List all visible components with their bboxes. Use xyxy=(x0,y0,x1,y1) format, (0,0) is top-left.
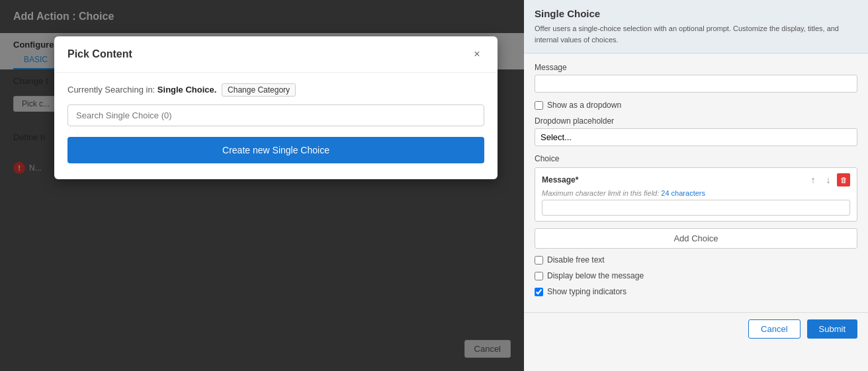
change-category-button[interactable]: Change Category xyxy=(222,83,296,97)
choice-message-label: Message* xyxy=(542,175,578,185)
dropdown-placeholder-group: Dropdown placeholder xyxy=(535,116,857,146)
choice-input[interactable] xyxy=(542,200,850,216)
choice-up-button[interactable]: ↑ xyxy=(806,173,820,186)
create-new-button[interactable]: Create new Single Choice xyxy=(67,137,484,163)
add-choice-button[interactable]: Add Choice xyxy=(535,228,857,249)
submit-button[interactable]: Submit xyxy=(807,319,857,339)
modal-header: Pick Content × xyxy=(54,36,498,73)
choice-card-header: Message* ↑ ↓ 🗑 xyxy=(542,173,850,186)
cancel-button[interactable]: Cancel xyxy=(748,319,800,339)
modal-body: Currently Searching in: Single Choice. C… xyxy=(54,73,498,179)
choice-card: Message* ↑ ↓ 🗑 Maximum character limit i… xyxy=(535,167,857,222)
dropdown-placeholder-input[interactable] xyxy=(535,128,857,146)
disable-free-text-label: Disable free text xyxy=(547,255,605,265)
modal-title: Pick Content xyxy=(67,48,132,60)
pick-content-modal: Pick Content × Currently Searching in: S… xyxy=(54,36,498,179)
show-typing-checkbox[interactable] xyxy=(535,288,543,296)
right-panel: Single Choice Offer users a single-choic… xyxy=(524,0,868,371)
sc-footer: Cancel Submit xyxy=(524,312,868,345)
message-input[interactable] xyxy=(535,75,857,93)
display-below-checkbox[interactable] xyxy=(535,272,543,280)
disable-free-text-row: Disable free text xyxy=(535,255,857,265)
dropdown-placeholder-label: Dropdown placeholder xyxy=(535,116,857,126)
char-limit-text: Maximum character limit in this field: 2… xyxy=(542,189,850,197)
choice-section: Choice Message* ↑ ↓ 🗑 Maximum character … xyxy=(535,154,857,222)
show-dropdown-label: Show as a dropdown xyxy=(547,101,621,110)
message-label: Message xyxy=(535,63,857,72)
sc-description: Offer users a single-choice selection wi… xyxy=(535,23,857,45)
show-typing-label: Show typing indicators xyxy=(547,287,627,296)
search-context: Currently Searching in: Single Choice. C… xyxy=(67,83,484,97)
message-group: Message xyxy=(535,63,857,93)
sc-header: Single Choice Offer users a single-choic… xyxy=(524,0,868,54)
display-below-row: Display below the message xyxy=(535,271,857,280)
sc-body: Message Show as a dropdown Dropdown plac… xyxy=(524,54,868,312)
choice-down-button[interactable]: ↓ xyxy=(822,173,835,186)
show-typing-row: Show typing indicators xyxy=(535,287,857,296)
display-below-label: Display below the message xyxy=(547,271,644,280)
choice-card-actions: ↑ ↓ 🗑 xyxy=(806,173,850,186)
char-limit-value: 24 characters xyxy=(661,189,705,197)
search-input-wrap xyxy=(67,104,484,126)
sc-title: Single Choice xyxy=(535,8,857,19)
search-input[interactable] xyxy=(67,104,484,126)
show-dropdown-row: Show as a dropdown xyxy=(535,101,857,110)
choice-delete-button[interactable]: 🗑 xyxy=(837,173,850,186)
show-dropdown-checkbox[interactable] xyxy=(535,101,543,110)
search-category: Single Choice. xyxy=(157,85,217,95)
modal-close-button[interactable]: × xyxy=(470,47,484,62)
choice-label: Choice xyxy=(535,154,857,163)
disable-free-text-checkbox[interactable] xyxy=(535,256,543,265)
